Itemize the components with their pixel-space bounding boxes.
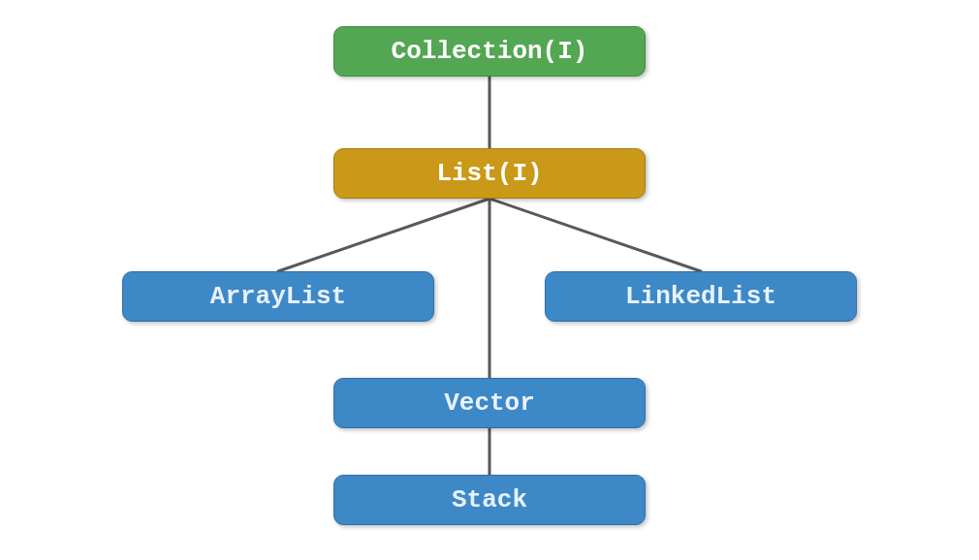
node-label: Stack xyxy=(452,485,527,514)
node-linkedlist: LinkedList xyxy=(545,271,857,322)
node-label: Collection(I) xyxy=(392,37,588,66)
node-stack: Stack xyxy=(333,475,646,525)
node-label: ArrayList xyxy=(210,282,346,311)
edge-line xyxy=(278,199,490,271)
node-arraylist: ArrayList xyxy=(122,271,434,322)
node-label: List(I) xyxy=(436,159,542,188)
node-label: Vector xyxy=(444,389,535,418)
node-collection: Collection(I) xyxy=(333,26,646,77)
node-vector: Vector xyxy=(333,378,646,428)
node-list: List(I) xyxy=(333,148,646,199)
edge-line xyxy=(490,199,701,271)
node-label: LinkedList xyxy=(625,282,776,311)
